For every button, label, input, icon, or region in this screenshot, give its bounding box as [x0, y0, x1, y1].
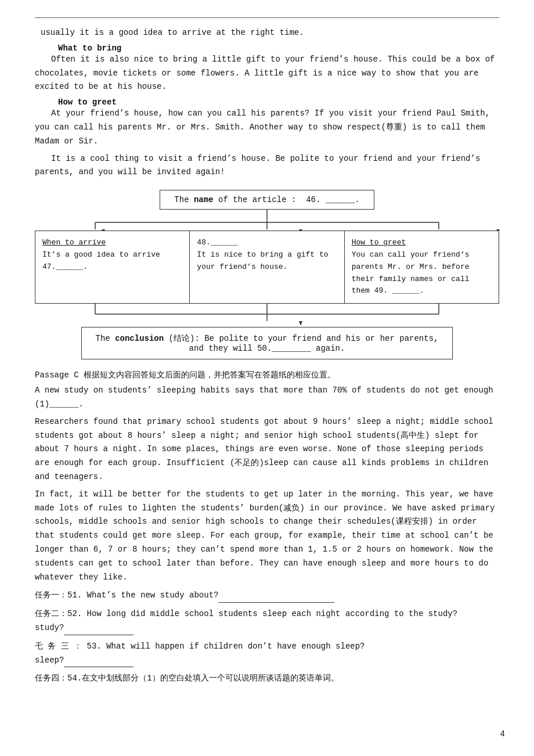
diagram-top-box: The name of the article : 46. ______. — [160, 190, 374, 210]
box-right-body: You can call your friend’s parents Mr. o… — [352, 250, 470, 295]
passage-c-body3: In fact, it will be better for the stude… — [35, 488, 499, 585]
top-border — [35, 17, 499, 18]
heading-how-to-greet: How to greet — [58, 98, 499, 107]
box-mid-body: It is nice to bring a gift to your frien… — [197, 250, 328, 271]
task1-blank — [218, 602, 334, 603]
task-2: 任务二：52. How long did middle school stude… — [35, 607, 499, 635]
task-1: 任务一：51. What’s the new study about? — [35, 589, 499, 603]
intro-line1: usually it is a good idea to arrive at t… — [41, 26, 499, 40]
para-how-to-greet: At your friend’s house, how can you call… — [35, 107, 499, 148]
box-left-body: It’s a good idea to arrive 47.______. — [42, 250, 160, 271]
box-right-heading: How to greet — [352, 238, 406, 247]
task3-blank — [64, 667, 134, 667]
task-4: 任务四：54.在文中划线部分（1）的空白处填入一个可以说明所谈话题的英语单词。 — [35, 672, 499, 686]
passage-c-body1: A new study on students’ sleeping habits… — [35, 384, 499, 412]
diagram-connector-bottom — [35, 304, 499, 327]
task2-blank — [64, 635, 134, 635]
diagram-connector-top — [35, 210, 499, 231]
passage-c-body2: Researchers found that primary school st… — [35, 415, 499, 484]
diagram-name-bold: name — [194, 195, 214, 204]
diagram-box-mid: 48.______ It is nice to bring a gift to … — [190, 231, 344, 304]
box-mid-heading: 48.______ — [197, 238, 237, 247]
diagram-box-left: When to arrive It’s a good idea to arriv… — [35, 231, 190, 304]
diagram: The name of the article : 46. ______. Wh… — [35, 190, 499, 359]
diagram-middle-row: When to arrive It’s a good idea to arriv… — [35, 231, 499, 304]
para-cool-thing: It is a cool thing to visit a friend’s h… — [35, 152, 499, 180]
heading-what-to-bring: What to bring — [58, 44, 499, 53]
box-left-heading: When to arrive — [42, 238, 106, 247]
passage-c-title: Passage C 根据短文内容回答短文后面的问题，并把答案写在答题纸的相应位置… — [35, 370, 499, 380]
svg-marker-13 — [299, 321, 302, 326]
diagram-conclusion-bold: conclusion — [115, 334, 164, 343]
diagram-bottom-box: The conclusion (结论): Be polite to your f… — [81, 327, 453, 359]
para-what-to-bring: Often it is also nice to bring a little … — [35, 53, 499, 94]
diagram-box-right: How to greet You can call your friend’s … — [345, 231, 499, 304]
task-3: 乇 务 三 ： 53. What will happen if children… — [35, 640, 499, 668]
page-number: 4 — [500, 729, 505, 739]
